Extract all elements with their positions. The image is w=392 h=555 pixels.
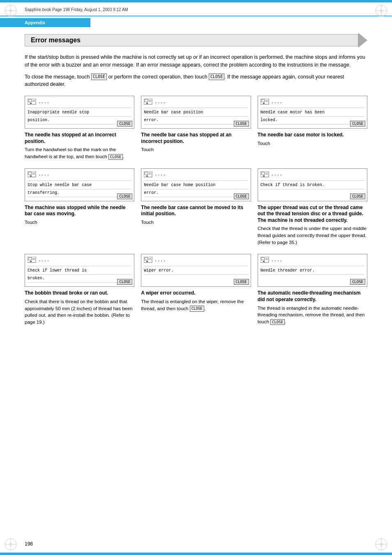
svg-rect-57 [261, 258, 265, 260]
close-inline-desc-8[interactable]: CLOSE [270, 319, 285, 325]
screen-dots-4: ···· [154, 173, 166, 177]
intro-paragraph-2: To close the message, touch CLOSE or per… [25, 73, 367, 89]
screen-icon-8 [261, 257, 270, 265]
screen-close-btn-5[interactable]: CLOSE [350, 193, 365, 199]
screen-close-btn-7[interactable]: CLOSE [234, 279, 249, 285]
close-inline-desc-7[interactable]: CLOSE [190, 306, 204, 312]
screen-dots-3: ···· [38, 173, 50, 177]
screen-line1-3: Stop while needle bar case [28, 182, 131, 189]
svg-rect-22 [145, 99, 148, 102]
svg-rect-42 [261, 172, 265, 175]
svg-rect-37 [145, 172, 148, 175]
svg-rect-20 [30, 103, 32, 104]
top-rule [0, 16, 392, 16]
error-title-8: The automatic needle-threading mechanism… [258, 290, 367, 303]
error-title-6: The bobbin thread broke or ran out. [25, 290, 134, 297]
screen-text-1: Needle bar case positionerror. [144, 110, 248, 124]
screen-mock-8: ···· Needle threader error.CLOSE [258, 254, 367, 287]
error-title-2: The needle bar case motor is locked. [258, 132, 367, 138]
screen-text-3: Stop while needle bar casetransferring. [28, 182, 131, 197]
screen-icon-2 [261, 99, 270, 107]
error-desc-4: Touch [141, 219, 251, 226]
screen-icon-7 [144, 257, 153, 265]
close-inline-desc-0[interactable]: CLOSE [108, 154, 123, 160]
error-desc-1: Touch [141, 146, 251, 153]
error-grid: ···· Inappropriate needle stopposition.C… [25, 96, 367, 326]
reg-mark-tl [3, 3, 18, 18]
screen-dots-2: ···· [271, 101, 283, 105]
screen-close-btn-8[interactable]: CLOSE [350, 279, 365, 285]
screen-icon-4 [144, 171, 153, 180]
screen-header-6: ···· [28, 257, 131, 266]
error-desc-0: Turn the handwheel so that the mark on t… [25, 146, 134, 160]
svg-rect-32 [28, 172, 32, 175]
screen-close-btn-6[interactable]: CLOSE [117, 279, 132, 285]
error-desc-8: The thread is entangled in the automatic… [258, 305, 367, 325]
error-item-1: ···· Needle bar case positionerror.CLOSE… [141, 96, 251, 160]
error-title-7: A wiper error occurred. [141, 290, 251, 297]
screen-icon-0 [28, 99, 37, 107]
section-header: Error messages [25, 33, 367, 48]
bottom-bar [0, 553, 392, 555]
error-title-4: The needle bar case cannot be moved to i… [141, 205, 251, 217]
svg-rect-45 [263, 175, 265, 177]
svg-rect-35 [30, 175, 32, 177]
screen-dots-5: ···· [271, 173, 283, 177]
error-item-3: ···· Stop while needle bar casetransferr… [25, 168, 134, 246]
screen-line1-2: Needle case motor has been [261, 110, 364, 117]
screen-text-6: Check if lower thread isbroken. [28, 268, 131, 283]
screen-dots-6: ···· [38, 259, 50, 263]
error-item-4: ···· Needle bar case home positionerror.… [141, 168, 251, 246]
svg-rect-27 [261, 99, 265, 102]
error-item-2: ···· Needle case motor has beenlocked.CL… [258, 96, 367, 160]
screen-mock-7: ···· Wiper error.CLOSE [141, 254, 251, 287]
screen-mock-2: ···· Needle case motor has beenlocked.CL… [258, 96, 367, 129]
svg-rect-55 [146, 261, 148, 262]
page-number: 198 [25, 541, 33, 547]
error-item-5: ···· Check if thread is broken.CLOSEThe … [258, 168, 367, 246]
error-title-1: The needle bar case has stopped at an in… [141, 132, 251, 145]
appendix-label: Appendix [25, 20, 45, 25]
screen-close-btn-0[interactable]: CLOSE [117, 121, 132, 127]
screen-text-5: Check if thread is broken. [261, 182, 364, 189]
screen-dots-7: ···· [154, 259, 166, 263]
intro-p2-pre: To close the message, touch [25, 74, 91, 80]
error-title-3: The machine was stopped while the needle… [25, 205, 134, 217]
intro-paragraph-1: If the start/stop button is pressed whil… [25, 53, 367, 69]
error-item-6: ···· Check if lower thread isbroken.CLOS… [25, 254, 134, 325]
close-button-inline-2[interactable]: CLOSE [209, 74, 224, 80]
screen-line1-7: Wiper error. [144, 268, 248, 275]
close-button-inline-1[interactable]: CLOSE [91, 74, 107, 80]
svg-rect-47 [28, 258, 32, 260]
screen-line2-3: transferring. [28, 190, 131, 197]
screen-text-2: Needle case motor has beenlocked. [261, 110, 364, 124]
intro-p2-mid: or perform the correct operation, then t… [107, 74, 209, 80]
reg-mark-tr [374, 3, 389, 18]
screen-close-btn-2[interactable]: CLOSE [350, 121, 365, 127]
screen-line1-6: Check if lower thread is [28, 268, 131, 275]
screen-mock-3: ···· Stop while needle bar casetransferr… [25, 168, 134, 201]
screen-header-2: ···· [261, 99, 364, 108]
screen-dots-1: ···· [154, 101, 166, 105]
screen-line2-2: locked. [261, 117, 364, 124]
svg-rect-52 [145, 258, 148, 260]
screen-close-btn-1[interactable]: CLOSE [234, 121, 249, 127]
screen-header-7: ···· [144, 257, 248, 266]
screen-close-btn-4[interactable]: CLOSE [234, 193, 249, 199]
screen-mock-1: ···· Needle bar case positionerror.CLOSE [141, 96, 251, 129]
screen-line1-1: Needle bar case position [144, 110, 248, 117]
screen-mock-5: ···· Check if thread is broken.CLOSE [258, 168, 367, 201]
screen-header-4: ···· [144, 171, 248, 181]
screen-close-btn-3[interactable]: CLOSE [117, 193, 132, 199]
screen-dots-0: ···· [38, 101, 50, 105]
appendix-bar: Appendix [0, 18, 90, 27]
file-path: Sapphire.book Page 198 Friday, August 1,… [25, 7, 128, 12]
screen-line1-5: Check if thread is broken. [261, 182, 364, 189]
screen-mock-6: ···· Check if lower thread isbroken.CLOS… [25, 254, 134, 287]
svg-rect-40 [146, 175, 148, 177]
top-bar [0, 0, 392, 2]
screen-dots-8: ···· [271, 259, 283, 263]
svg-rect-50 [30, 261, 32, 262]
error-desc-6: Check that there is thread on the bobbin… [25, 298, 134, 326]
error-item-8: ···· Needle threader error.CLOSEThe auto… [258, 254, 367, 325]
